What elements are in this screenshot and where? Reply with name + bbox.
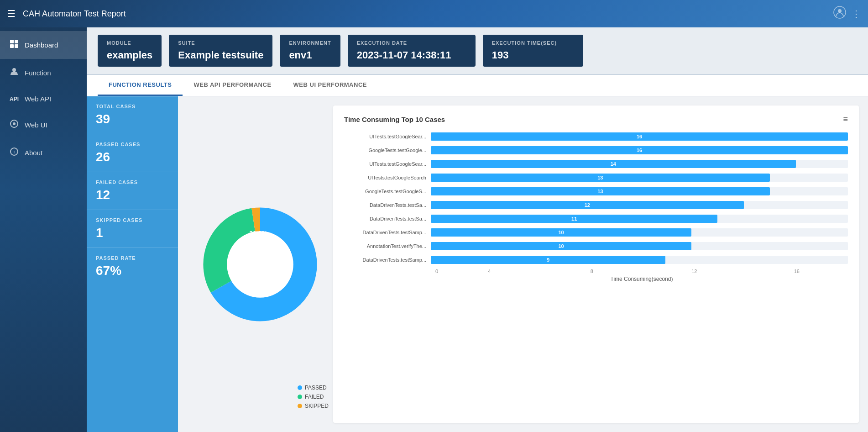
- bar-fill: 13: [431, 174, 770, 182]
- info-card-environment: ENVIRONMENT env1: [280, 35, 340, 67]
- header-actions: ⋮: [833, 6, 861, 21]
- bar-track: 16: [431, 132, 848, 141]
- bar-value: 16: [637, 134, 642, 139]
- sidebar-item-function[interactable]: Function: [0, 59, 87, 87]
- environment-value: env1: [289, 49, 331, 61]
- bar-fill: 14: [431, 160, 796, 168]
- bar-label: UITests.testGoogleSear...: [344, 134, 431, 139]
- svg-rect-3: [15, 40, 18, 43]
- stat-total-cases: TOTAL CASES 39: [87, 96, 178, 134]
- legend-passed-label: PASSED: [305, 385, 327, 391]
- sidebar-item-dashboard[interactable]: Dashboard: [0, 31, 87, 59]
- module-value: examples: [107, 49, 152, 61]
- header: ☰ CAH Automaton Test Report ⋮: [0, 0, 868, 27]
- donut-chart: 66.7% 30.8%: [196, 200, 324, 328]
- sidebar-item-web-api[interactable]: API Web API: [0, 87, 87, 111]
- stat-skipped-cases: SKIPPED CASES 1: [87, 210, 178, 248]
- axis-tick: 4: [438, 269, 540, 274]
- web-ui-icon: [9, 119, 19, 131]
- bar-value: 11: [571, 216, 577, 221]
- legend-skipped-label: SKIPPED: [305, 403, 329, 409]
- environment-label: ENVIRONMENT: [289, 40, 331, 46]
- user-icon[interactable]: [833, 6, 846, 21]
- donut-chart-container: 66.7% 30.8% PASSED FAILED: [187, 105, 333, 423]
- bar-track: 9: [431, 256, 848, 264]
- skipped-cases-value: 1: [96, 226, 169, 240]
- suite-label: SUITE: [178, 40, 263, 46]
- sidebar-item-dashboard-label: Dashboard: [25, 41, 58, 49]
- bar-chart-menu-icon[interactable]: ≡: [843, 115, 848, 124]
- legend-failed-label: FAILED: [305, 394, 324, 400]
- bar-value: 10: [559, 230, 564, 235]
- execution-date-label: EXECUTION DATE: [357, 40, 466, 46]
- bar-label: GoogleTests.testGoogle...: [344, 148, 431, 153]
- svg-rect-2: [10, 40, 14, 43]
- sidebar-item-web-ui[interactable]: Web UI: [0, 111, 87, 139]
- passed-rate-value: 67%: [96, 263, 169, 278]
- legend-skipped: SKIPPED: [298, 403, 329, 409]
- about-icon: i: [9, 147, 19, 158]
- bar-row: DataDrivenTests.testSamp... 10: [344, 227, 848, 237]
- bar-row: UITests.testGoogleSear... 16: [344, 132, 848, 142]
- svg-rect-5: [15, 44, 18, 48]
- sidebar-item-about[interactable]: i About: [0, 139, 87, 167]
- svg-text:66.7%: 66.7%: [235, 269, 255, 277]
- sidebar-item-web-ui-label: Web UI: [25, 121, 47, 129]
- passed-cases-label: PASSED CASES: [96, 142, 169, 147]
- more-options-icon[interactable]: ⋮: [852, 8, 861, 19]
- sidebar-item-function-label: Function: [25, 69, 51, 77]
- svg-point-14: [227, 231, 293, 298]
- bar-label: GoogleTests.testGoogleS...: [344, 189, 431, 194]
- tab-web-ui-performance[interactable]: WEB UI PERFORMANCE: [282, 75, 378, 96]
- stat-failed-cases: FAILED CASES 12: [87, 172, 178, 210]
- donut-legend: PASSED FAILED SKIPPED: [298, 385, 329, 409]
- suite-value: Example testsuite: [178, 49, 263, 61]
- stat-passed-rate: PASSED RATE 67%: [87, 248, 178, 285]
- web-api-icon: API: [9, 96, 19, 102]
- passed-rate-label: PASSED RATE: [96, 255, 169, 261]
- failed-cases-value: 12: [96, 188, 169, 202]
- bar-chart-title: Time Consuming Top 10 Cases: [344, 116, 445, 123]
- bar-value: 12: [585, 202, 590, 208]
- chart-area: 66.7% 30.8% PASSED FAILED: [178, 96, 868, 432]
- bar-label: DataDrivenTests.testSamp...: [344, 257, 431, 263]
- bar-label: DataDrivenTests.testSamp...: [344, 230, 431, 235]
- bar-row: UITests.testGoogleSearch 13: [344, 173, 848, 183]
- bar-track: 14: [431, 160, 848, 168]
- failed-cases-label: FAILED CASES: [96, 179, 169, 185]
- bar-value: 9: [547, 257, 549, 263]
- sidebar: Dashboard Function API Web API Web UI: [0, 27, 87, 432]
- passed-cases-value: 26: [96, 150, 169, 164]
- bar-fill: 9: [431, 256, 665, 264]
- bar-label: UITests.testGoogleSear...: [344, 161, 431, 167]
- bar-label: UITests.testGoogleSearch: [344, 175, 431, 180]
- axis-tick: 16: [746, 269, 848, 274]
- stats-panel: TOTAL CASES 39 PASSED CASES 26 FAILED CA…: [87, 96, 178, 432]
- main-layout: Dashboard Function API Web API Web UI: [0, 27, 868, 432]
- bar-fill: 16: [431, 132, 848, 141]
- bar-fill: 11: [431, 215, 717, 223]
- bar-track: 10: [431, 242, 848, 250]
- sidebar-item-about-label: About: [25, 149, 42, 157]
- legend-failed-dot: [298, 395, 302, 399]
- legend-passed-dot: [298, 385, 302, 390]
- module-label: MODULE: [107, 40, 152, 46]
- bar-row: DataDrivenTests.testSamp... 9: [344, 255, 848, 265]
- bar-value: 13: [597, 189, 603, 194]
- bar-row: DataDrivenTests.testSa... 11: [344, 214, 848, 224]
- sidebar-item-web-api-label: Web API: [25, 95, 51, 103]
- svg-rect-4: [10, 44, 14, 48]
- bar-row: AnnotationTest.verifyThe... 10: [344, 241, 848, 251]
- app-title: CAH Automaton Test Report: [23, 9, 826, 19]
- bar-label: DataDrivenTests.testSa...: [344, 202, 431, 208]
- menu-icon[interactable]: ☰: [7, 8, 16, 19]
- bar-row: UITests.testGoogleSear... 14: [344, 159, 848, 169]
- bar-track: 16: [431, 146, 848, 154]
- tab-function-results[interactable]: FUNCTION RESULTS: [98, 75, 183, 96]
- svg-point-6: [12, 68, 16, 72]
- info-card-suite: SUITE Example testsuite: [169, 35, 272, 67]
- legend-failed: FAILED: [298, 394, 329, 400]
- svg-text:30.8%: 30.8%: [249, 230, 267, 237]
- tab-web-api-performance[interactable]: WEB API PERFORMANCE: [183, 75, 282, 96]
- bar-fill: 10: [431, 228, 691, 237]
